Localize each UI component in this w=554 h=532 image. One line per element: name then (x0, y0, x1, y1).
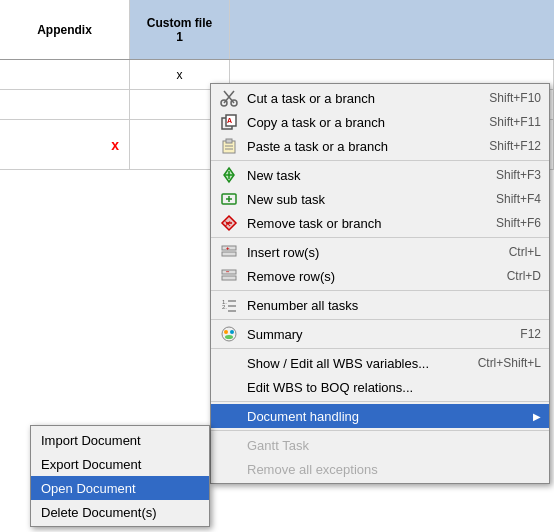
cut-shortcut: Shift+F10 (489, 91, 541, 105)
appendix-header-label: Appendix (37, 23, 92, 37)
paste-shortcut: Shift+F12 (489, 139, 541, 153)
svg-text:2.: 2. (222, 304, 227, 310)
cell-appendix-2 (0, 90, 130, 119)
insert-rows-icon: + (219, 242, 239, 262)
svg-text:A: A (227, 117, 232, 124)
summary-label: Summary (247, 327, 500, 342)
col-appendix-header: Appendix (0, 0, 130, 59)
separator-3 (211, 290, 549, 291)
remove-exceptions-label: Remove all exceptions (247, 462, 541, 477)
submenu-item-import[interactable]: Import Document (31, 428, 209, 452)
menu-item-remove-task[interactable]: ✕ Remove task or branch Shift+F6 (211, 211, 549, 235)
red-x-mark: x (111, 137, 119, 153)
import-doc-label: Import Document (41, 433, 141, 448)
copy-icon: A (219, 112, 239, 132)
paste-icon (219, 136, 239, 156)
new-sub-task-icon (219, 189, 239, 209)
show-wbs-label: Show / Edit all WBS variables... (247, 356, 458, 371)
menu-item-gantt: Gantt Task (211, 433, 549, 457)
show-wbs-shortcut: Ctrl+Shift+L (478, 356, 541, 370)
svg-text:−: − (226, 269, 230, 275)
new-sub-task-shortcut: Shift+F4 (496, 192, 541, 206)
summary-icon (219, 324, 239, 344)
svg-point-35 (225, 335, 233, 339)
remove-task-label: Remove task or branch (247, 216, 476, 231)
edit-wbs-icon (219, 377, 239, 397)
remove-exceptions-icon (219, 459, 239, 479)
menu-item-insert-rows[interactable]: + Insert row(s) Ctrl+L (211, 240, 549, 264)
col-custom-header: Custom file1 (130, 0, 230, 59)
separator-5 (211, 348, 549, 349)
copy-shortcut: Shift+F11 (489, 115, 541, 129)
menu-item-remove-rows[interactable]: − Remove row(s) Ctrl+D (211, 264, 549, 288)
custom-header-label: Custom file1 (147, 16, 212, 44)
svg-text:+: + (226, 245, 230, 251)
svg-text:✕: ✕ (224, 219, 232, 229)
renumber-icon: 1. 2. (219, 295, 239, 315)
cut-icon (219, 88, 239, 108)
separator-4 (211, 319, 549, 320)
svg-point-33 (224, 330, 228, 334)
col-rest-header (230, 0, 554, 59)
cell-appendix-3: x (0, 120, 130, 170)
menu-item-edit-wbs[interactable]: Edit WBS to BOQ relations... (211, 375, 549, 399)
copy-label: Copy a task or a branch (247, 115, 469, 130)
remove-rows-label: Remove row(s) (247, 269, 487, 284)
gantt-icon (219, 435, 239, 455)
svg-point-34 (230, 330, 234, 334)
menu-item-renumber[interactable]: 1. 2. Renumber all tasks (211, 293, 549, 317)
remove-task-shortcut: Shift+F6 (496, 216, 541, 230)
doc-handling-icon (219, 406, 239, 426)
menu-item-new-task[interactable]: New task Shift+F3 (211, 163, 549, 187)
separator-7 (211, 430, 549, 431)
remove-rows-icon: − (219, 266, 239, 286)
separator-2 (211, 237, 549, 238)
table-header: Appendix Custom file1 (0, 0, 554, 60)
export-doc-label: Export Document (41, 457, 141, 472)
insert-rows-label: Insert row(s) (247, 245, 489, 260)
separator-1 (211, 160, 549, 161)
svg-rect-22 (222, 252, 236, 256)
submenu-item-export[interactable]: Export Document (31, 452, 209, 476)
cell-appendix-1 (0, 60, 130, 89)
cut-label: Cut a task or a branch (247, 91, 469, 106)
edit-wbs-label: Edit WBS to BOQ relations... (247, 380, 521, 395)
new-task-label: New task (247, 168, 476, 183)
menu-item-show-wbs[interactable]: Show / Edit all WBS variables... Ctrl+Sh… (211, 351, 549, 375)
svg-rect-8 (226, 139, 232, 143)
menu-item-new-sub-task[interactable]: New sub task Shift+F4 (211, 187, 549, 211)
menu-item-copy[interactable]: A Copy a task or a branch Shift+F11 (211, 110, 549, 134)
submenu-item-open[interactable]: Open Document (31, 476, 209, 500)
x-mark: x (177, 68, 183, 82)
submenu-item-delete[interactable]: Delete Document(s) (31, 500, 209, 524)
summary-shortcut: F12 (520, 327, 541, 341)
menu-item-remove-exceptions: Remove all exceptions (211, 457, 549, 481)
remove-task-icon: ✕ (219, 213, 239, 233)
document-handling-submenu: Import Document Export Document Open Doc… (30, 425, 210, 527)
new-task-shortcut: Shift+F3 (496, 168, 541, 182)
submenu-arrow: ▶ (533, 411, 541, 422)
menu-item-cut[interactable]: Cut a task or a branch Shift+F10 (211, 86, 549, 110)
delete-doc-label: Delete Document(s) (41, 505, 157, 520)
separator-6 (211, 401, 549, 402)
paste-label: Paste a task or a branch (247, 139, 469, 154)
doc-handling-label: Document handling (247, 409, 529, 424)
insert-rows-shortcut: Ctrl+L (509, 245, 541, 259)
menu-item-paste[interactable]: Paste a task or a branch Shift+F12 (211, 134, 549, 158)
new-sub-task-label: New sub task (247, 192, 476, 207)
new-task-icon (219, 165, 239, 185)
svg-marker-14 (224, 168, 234, 182)
show-wbs-icon (219, 353, 239, 373)
remove-rows-shortcut: Ctrl+D (507, 269, 541, 283)
menu-item-summary[interactable]: Summary F12 (211, 322, 549, 346)
menu-item-doc-handling[interactable]: Document handling ▶ (211, 404, 549, 428)
gantt-label: Gantt Task (247, 438, 541, 453)
svg-rect-25 (222, 276, 236, 280)
open-doc-label: Open Document (41, 481, 136, 496)
context-menu: Cut a task or a branch Shift+F10 A Copy … (210, 83, 550, 484)
renumber-label: Renumber all tasks (247, 298, 521, 313)
